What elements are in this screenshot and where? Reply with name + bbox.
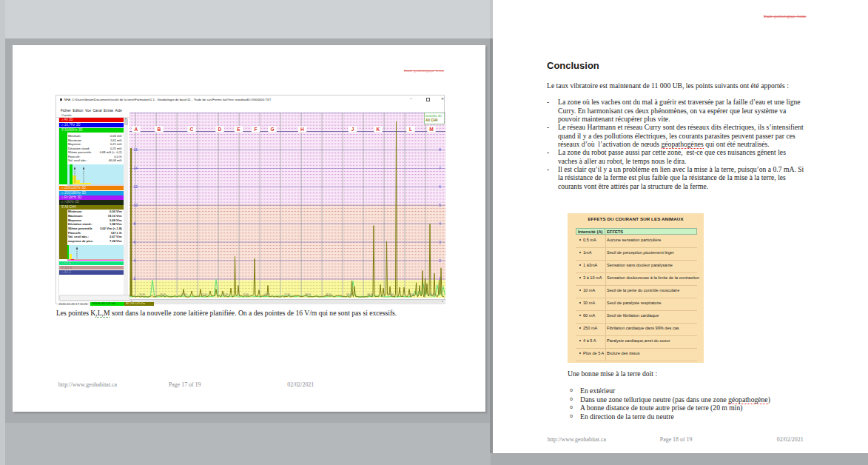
svg-text:2: 2 [134, 277, 136, 281]
svg-text:4: 4 [439, 222, 441, 226]
svg-text:18:30: 18:30 [367, 293, 373, 296]
svg-text:2: 2 [439, 259, 441, 263]
svg-text:18:10: 18:10 [326, 293, 332, 296]
svg-text:17:40: 17:40 [263, 293, 269, 296]
svg-text:17:50: 17:50 [284, 293, 290, 296]
svg-text:B: B [158, 127, 161, 132]
svg-text:18:50: 18:50 [408, 293, 414, 296]
svg-text:16:40: 16:40 [139, 293, 145, 296]
svg-text:4: 4 [134, 259, 136, 263]
svg-text:50/60Hz 3D: 50/60Hz 3D [425, 114, 442, 118]
svg-text:3: 3 [439, 241, 441, 244]
svg-text:G: G [270, 127, 274, 132]
svg-text:18:00: 18:00 [305, 293, 311, 296]
svg-text:8: 8 [439, 148, 441, 152]
svg-text:16:50: 16:50 [160, 293, 166, 296]
svg-text:6: 6 [134, 241, 136, 244]
svg-text:F: F [254, 127, 257, 132]
svg-text:A: A [135, 127, 138, 132]
svg-text:K: K [377, 127, 380, 132]
svg-text:17:00: 17:00 [181, 293, 186, 296]
svg-text:8: 8 [134, 222, 136, 226]
svg-text:C: C [190, 127, 194, 132]
svg-text:7: 7 [439, 167, 441, 170]
svg-text:10: 10 [134, 204, 138, 207]
svg-text:18:20: 18:20 [346, 293, 352, 296]
svg-text:All CH4: All CH4 [425, 118, 438, 122]
svg-text:H: H [300, 127, 304, 132]
svg-text:18:40: 18:40 [388, 293, 394, 296]
svg-text:J: J [351, 127, 354, 132]
svg-text:17:30: 17:30 [243, 293, 249, 296]
svg-text:L: L [409, 127, 412, 132]
svg-text:6: 6 [439, 185, 441, 189]
svg-text:19:00: 19:00 [429, 293, 435, 296]
svg-text:E: E [237, 127, 240, 132]
svg-text:17:10: 17:10 [201, 293, 207, 296]
svg-text:17:20: 17:20 [222, 293, 228, 296]
svg-text:M: M [429, 127, 434, 132]
svg-text:12: 12 [134, 185, 138, 189]
svg-text:14: 14 [134, 167, 138, 170]
svg-text:16: 16 [134, 148, 138, 152]
svg-text:D: D [218, 127, 222, 132]
svg-text:5: 5 [439, 204, 441, 207]
